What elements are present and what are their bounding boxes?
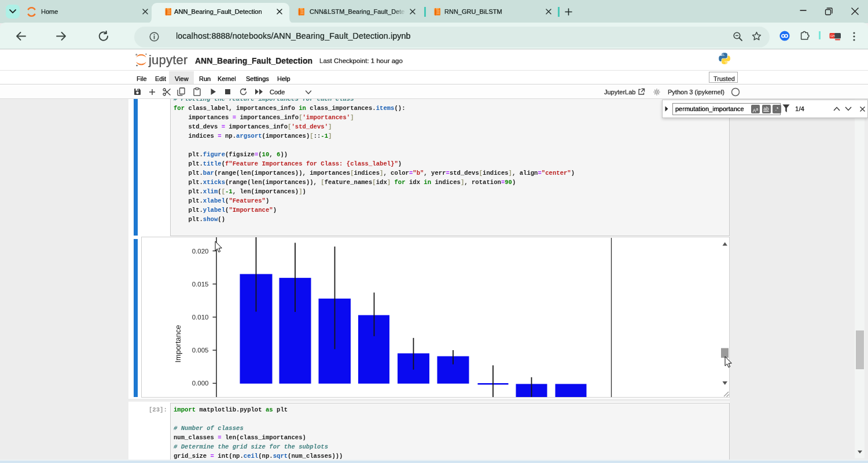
svg-text:0.005: 0.005 xyxy=(192,347,208,354)
svg-text:0.010: 0.010 xyxy=(192,313,208,320)
svg-text:Importance: Importance xyxy=(173,325,182,362)
svg-text:GH: GH xyxy=(830,34,835,38)
svg-text:0.015: 0.015 xyxy=(192,280,208,287)
svg-text:0.000: 0.000 xyxy=(192,380,208,387)
svg-text:0.020: 0.020 xyxy=(192,247,208,254)
